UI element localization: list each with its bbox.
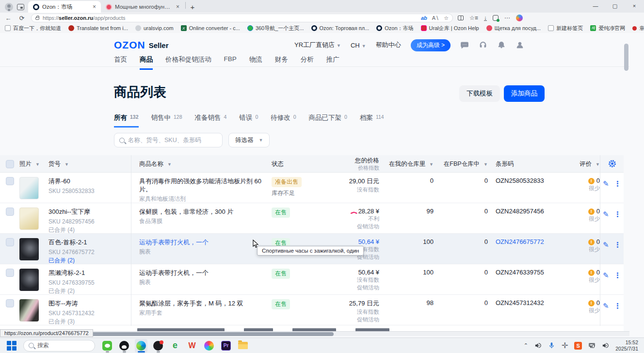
browser-e-icon[interactable]: e	[169, 339, 181, 353]
bookmark-item[interactable]: Ural企库 | Ozon Help	[421, 25, 479, 32]
tab-delisted[interactable]: 商品已下架0	[309, 113, 347, 128]
nav-fbp[interactable]: FBP	[224, 55, 237, 70]
nav-home[interactable]: 首页	[114, 55, 127, 70]
product-name[interactable]: 具有消毒作用的强效多功能清洁地板片剂 60 片。	[139, 177, 272, 193]
nav-products[interactable]: 商品	[140, 55, 153, 70]
bookmark-item[interactable]: 百度一下，你就知道	[5, 25, 61, 32]
sogou-input-icon[interactable]: S	[574, 342, 582, 350]
browser-tab-active[interactable]: Ozon：市场 ×	[28, 1, 101, 13]
nav-finance[interactable]: 财务	[275, 55, 288, 70]
table-row[interactable]: 黑濑湾标-2-1 SKU 2476339755 已合并 (2) 运动手表带打火机…	[0, 264, 624, 295]
product-thumbnail[interactable]	[19, 208, 39, 230]
row-checkbox[interactable]	[6, 208, 14, 216]
ozon-logo[interactable]: OZON	[114, 39, 145, 51]
collections-icon[interactable]: ☆≡	[469, 15, 478, 21]
bookmark-item[interactable]: XOnline converter - c...	[181, 25, 240, 31]
edge-icon[interactable]	[135, 339, 147, 353]
col-article[interactable]: 货号▼	[48, 159, 131, 168]
nav-analytics[interactable]: 分析	[301, 55, 314, 70]
row-checkbox[interactable]	[6, 269, 14, 277]
wps-icon[interactable]: W	[186, 339, 198, 353]
row-checkbox[interactable]	[6, 299, 14, 307]
product-name[interactable]: 保鲜膜，包装，非常经济，300 片	[139, 208, 272, 216]
nav-promotion[interactable]: 推广	[326, 55, 339, 70]
product-search[interactable]	[114, 133, 223, 147]
new-tab-button[interactable]: +	[187, 1, 198, 13]
merged-label[interactable]: 已合并 (4)	[48, 226, 131, 234]
promo-label[interactable]: 促销活动	[339, 284, 379, 291]
product-thumbnail[interactable]	[19, 177, 39, 199]
read-aloud-icon[interactable]: A∖	[432, 15, 439, 21]
select-all-checkbox[interactable]	[6, 160, 14, 168]
browser-essentials-icon[interactable]	[493, 15, 499, 21]
premium-button[interactable]: 成为高级 >	[411, 39, 451, 51]
tab-ready[interactable]: 准备销售4	[195, 113, 227, 128]
product-name[interactable]: 运动手表带打火机，一个	[139, 269, 272, 277]
refresh-icon[interactable]: ⟳	[17, 15, 26, 22]
language-selector[interactable]: CH▼	[351, 42, 366, 49]
merged-label[interactable]: 已合并 (2)	[48, 287, 131, 295]
image-viewer-icon[interactable]	[203, 339, 215, 353]
qq-icon[interactable]	[118, 339, 130, 353]
tab-archive[interactable]: 档案114	[360, 113, 384, 128]
help-center-link[interactable]: 帮助中心	[376, 41, 401, 49]
bookmark-item[interactable]: Ozon：市场	[376, 25, 413, 32]
account-icon[interactable]	[515, 41, 524, 49]
bookmark-item[interactable]: Щетка для посуд...	[486, 25, 541, 31]
bookmark-item[interactable]: 360导航_一个主页...	[247, 25, 304, 32]
horizontal-scrollbar[interactable]	[0, 331, 629, 336]
tab-errors[interactable]: 错误0	[239, 113, 258, 128]
product-thumbnail[interactable]	[19, 299, 39, 321]
promo-label[interactable]: 促销活动	[339, 223, 379, 230]
table-row[interactable]: 300zhi--宝下摩 SKU 2482957456 已合并 (4) 保鲜膜，包…	[0, 203, 624, 234]
browser-profile-icon[interactable]	[5, 3, 13, 11]
wechat-icon[interactable]	[101, 339, 113, 353]
tab-all[interactable]: 所有132	[114, 113, 139, 128]
address-bar[interactable]: https://seller.ozon.ru/app/products ab A…	[31, 14, 453, 22]
edit-icon[interactable]: ✎	[603, 241, 609, 265]
promo-label[interactable]: 促销活动	[339, 316, 379, 323]
vertical-scrollbar[interactable]	[624, 44, 628, 71]
support-headset-icon[interactable]	[479, 41, 487, 49]
bookmark-item[interactable]: uralsvip.com	[135, 25, 174, 31]
tray-remote-icon[interactable]: ✛	[562, 341, 568, 350]
nav-prices-promos[interactable]: 价格和促销活动	[165, 55, 211, 70]
table-settings-gear-icon[interactable]	[608, 160, 616, 168]
tray-speaker-icon[interactable]	[534, 342, 542, 349]
tray-volume-icon[interactable]	[602, 342, 609, 349]
row-menu-icon[interactable]: ⋮	[614, 241, 621, 265]
taskbar-search[interactable]: 搜索	[23, 340, 95, 352]
workspaces-icon[interactable]	[17, 4, 24, 10]
add-product-button[interactable]: 添加商品	[504, 85, 545, 102]
merged-label[interactable]: 已合并 (2)	[48, 257, 131, 265]
col-photo[interactable]: 照片▼	[19, 159, 48, 168]
tray-cast-icon[interactable]	[588, 342, 596, 349]
split-screen-icon[interactable]	[458, 16, 464, 20]
col-stock[interactable]: 在我的仓库里▼	[379, 159, 434, 168]
bookmark-item[interactable]: 纯爱纯净官网	[590, 25, 625, 32]
media-player-icon[interactable]	[152, 339, 164, 353]
lock-icon[interactable]	[35, 17, 39, 20]
favorite-star-icon[interactable]: ☆	[444, 15, 449, 21]
table-row[interactable]: 图岑--寿涛 SKU 2457312432 已合并 (3) 聚氨酯涂层，家务手套…	[0, 295, 624, 325]
tab-selling[interactable]: 销售中128	[151, 113, 182, 128]
tab-close-icon[interactable]: ×	[92, 3, 97, 10]
edit-icon[interactable]: ✎	[603, 179, 609, 203]
tray-expand-icon[interactable]: ⌃	[524, 342, 528, 349]
row-menu-icon[interactable]: ⋮	[614, 302, 621, 326]
notifications-bell-icon[interactable]	[497, 41, 506, 49]
bookmark-item[interactable]: Ozon: Торговая пл...	[311, 25, 370, 31]
col-rating[interactable]: 评价▼	[553, 159, 600, 168]
copilot-icon[interactable]	[516, 15, 523, 21]
back-icon[interactable]: ←	[4, 15, 13, 22]
search-input[interactable]	[128, 137, 217, 144]
chat-icon[interactable]	[460, 41, 469, 49]
edit-icon[interactable]: ✎	[603, 210, 609, 234]
maximize-button[interactable]: ▢	[605, 0, 625, 12]
tab-to-fix[interactable]: 待修改0	[271, 113, 296, 128]
nav-logistics[interactable]: 物流	[249, 55, 262, 70]
col-name[interactable]: 商品名称▼	[131, 155, 272, 172]
translate-icon[interactable]: ab	[421, 15, 427, 21]
premiere-icon[interactable]: Pr	[220, 339, 232, 353]
browser-tab-inactive[interactable]: Мощные многофункциональнь ×	[101, 1, 184, 13]
